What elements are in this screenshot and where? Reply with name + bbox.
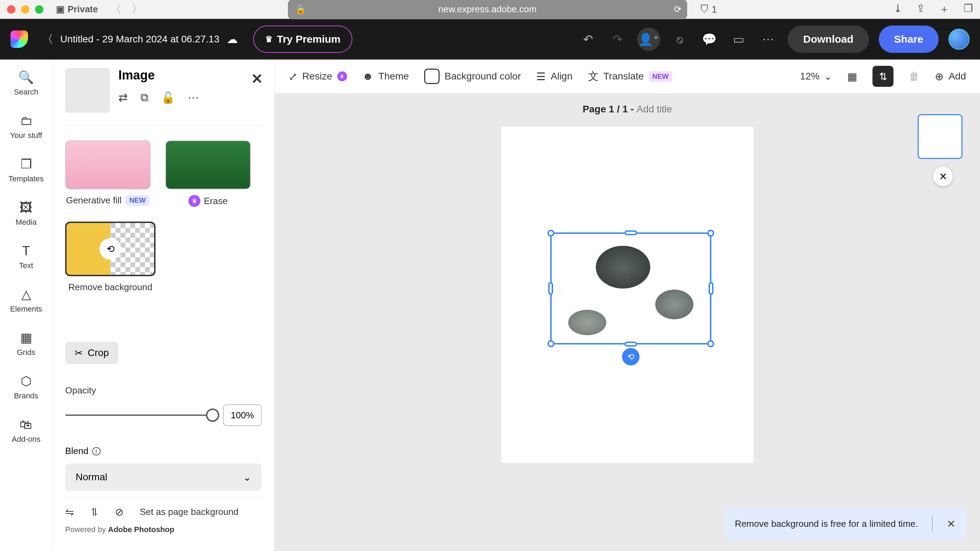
reload-icon[interactable]: ⟳ (674, 4, 682, 15)
rail-templates[interactable]: ❒Templates (8, 157, 43, 183)
cloud-sync-icon[interactable]: ☁ (227, 33, 238, 46)
avatar[interactable] (948, 29, 969, 50)
resize-handle-bl[interactable] (547, 340, 554, 347)
slider-thumb[interactable] (206, 408, 219, 422)
resize-handle-br[interactable] (707, 340, 714, 347)
remove-background-button[interactable]: ⟲ Remove background (65, 222, 156, 293)
close-thumbnails-icon[interactable]: ✕ (933, 167, 953, 186)
back-icon[interactable]: 〈 (111, 2, 121, 16)
download-label: Download (803, 33, 853, 45)
theme-button[interactable]: ☻Theme (363, 70, 409, 82)
flip-horizontal-icon[interactable]: ⇋ (65, 506, 74, 518)
unlock-icon[interactable]: 🔓 (161, 91, 175, 104)
toast-close-icon[interactable]: ✕ (932, 515, 956, 532)
close-panel-icon[interactable]: ✕ (251, 71, 263, 87)
resize-button[interactable]: ⤢Resize♛ (289, 70, 347, 83)
resize-handle-bm[interactable] (625, 341, 637, 346)
generative-fill-button[interactable]: Generative fillNEW (65, 140, 151, 207)
adobe-express-logo[interactable] (11, 30, 28, 48)
chevron-down-icon: ⌄ (824, 71, 832, 82)
invite-icon[interactable]: 👤⁺ (637, 28, 660, 51)
share-button[interactable]: Share (879, 25, 939, 53)
new-tab-icon[interactable]: ＋ (939, 2, 950, 16)
elements-icon: △ (21, 287, 31, 302)
rotate-handle[interactable]: ⟲ (622, 348, 640, 365)
resize-icon: ⤢ (289, 70, 298, 83)
layers-icon[interactable]: ⇅ (872, 66, 894, 87)
privacy-shield[interactable]: ⛉ 1 (700, 3, 718, 15)
page-thumbnail[interactable] (918, 114, 963, 159)
rail-label: Templates (8, 174, 43, 183)
rail-label: Text (19, 261, 33, 270)
rail-your-stuff[interactable]: 🗀Your stuff (10, 113, 42, 140)
blend-mode-select[interactable]: Normal ⌄ (65, 464, 262, 491)
resize-handle-tr[interactable] (707, 230, 714, 237)
info-icon[interactable]: i (92, 447, 100, 456)
help-icon[interactable]: ⍉ (670, 29, 690, 49)
powered-by: Powered by Adobe Photoshop (65, 525, 262, 534)
maximize-window-button[interactable] (35, 5, 43, 14)
download-button[interactable]: Download (788, 25, 869, 53)
rail-brands[interactable]: ⬡Brands (14, 374, 38, 400)
translate-icon: 文 (588, 69, 598, 84)
flip-vertical-icon[interactable]: ⥮ (90, 506, 99, 518)
generative-fill-label: Generative fill (66, 195, 121, 206)
downloads-icon[interactable]: ⤓ (894, 2, 902, 16)
crop-icon: ✂ (75, 347, 83, 359)
opacity-slider[interactable] (65, 414, 213, 416)
rail-search[interactable]: 🔍Search (14, 70, 38, 97)
add-title-placeholder[interactable]: Add title (636, 103, 672, 114)
undo-icon[interactable]: ↶ (578, 29, 598, 49)
share-sheet-icon[interactable]: ⇪ (916, 2, 925, 16)
artboard[interactable]: ⟲ (501, 127, 753, 463)
minimize-window-button[interactable] (21, 5, 29, 14)
opacity-input[interactable] (223, 404, 262, 426)
comment-icon[interactable]: 💬 (700, 29, 719, 49)
add-button[interactable]: ⊕Add (935, 70, 966, 83)
crop-button[interactable]: ✂ Crop (65, 341, 118, 364)
new-badge: NEW (649, 71, 672, 82)
page-number: Page 1 / 1 - (582, 103, 636, 114)
view-mode-icon[interactable]: ▦ (847, 70, 857, 83)
resize-handle-mr[interactable] (708, 282, 713, 295)
present-icon[interactable]: ▭ (729, 29, 748, 49)
resize-handle-tl[interactable] (547, 230, 554, 237)
toast-message: Remove background is free for a limited … (735, 518, 918, 529)
duplicate-icon[interactable]: ⧉ (140, 91, 148, 104)
set-as-page-bg-button[interactable]: Set as page background (140, 507, 239, 518)
close-window-button[interactable] (7, 5, 16, 14)
new-badge: NEW (125, 195, 150, 206)
resize-handle-tm[interactable] (625, 230, 637, 235)
rail-elements[interactable]: △Elements (10, 287, 42, 314)
translate-button[interactable]: 文TranslateNEW (588, 69, 672, 84)
rail-media[interactable]: 🖾Media (16, 200, 37, 227)
try-premium-button[interactable]: ♛ Try Premium (253, 25, 353, 53)
resize-label: Resize (302, 71, 332, 82)
no-bg-icon[interactable]: ⊘ (115, 506, 124, 518)
left-rail: 🔍Search 🗀Your stuff ❒Templates 🖾Media TT… (0, 59, 52, 551)
shield-count: 1 (712, 4, 718, 15)
background-color-button[interactable]: Background color (424, 68, 521, 84)
tabs-icon[interactable]: ❐ (964, 2, 973, 16)
align-button[interactable]: ☰Align (536, 70, 572, 83)
rail-text[interactable]: TText (19, 244, 33, 270)
rail-addons[interactable]: 🛍Add-ons (12, 417, 41, 444)
document-title[interactable]: Untitled - 29 March 2024 at 06.27.13 (60, 33, 220, 45)
rail-grids[interactable]: ▦Grids (17, 330, 35, 357)
add-label: Add (948, 71, 966, 82)
back-button[interactable]: 〈 (42, 32, 53, 47)
zoom-dropdown[interactable]: 12%⌄ (800, 71, 832, 82)
media-icon: 🖾 (20, 200, 32, 215)
plus-circle-icon: ⊕ (935, 70, 943, 83)
page-label[interactable]: Page 1 / 1 - Add title (275, 93, 980, 125)
more-icon[interactable]: ⋯ (758, 29, 778, 49)
sidebar-icon[interactable]: ▣ (56, 4, 65, 15)
selected-image[interactable] (553, 235, 708, 341)
more-options-icon[interactable]: ⋯ (188, 91, 199, 104)
selection-bounds[interactable]: ⟲ (550, 232, 711, 345)
addons-icon: 🛍 (20, 417, 32, 432)
url-bar[interactable]: 🔒 new.express.adobe.com ⟳ (288, 0, 687, 19)
replace-icon[interactable]: ⇄ (118, 91, 128, 104)
resize-handle-ml[interactable] (548, 282, 553, 295)
erase-button[interactable]: ♛Erase (165, 140, 251, 207)
